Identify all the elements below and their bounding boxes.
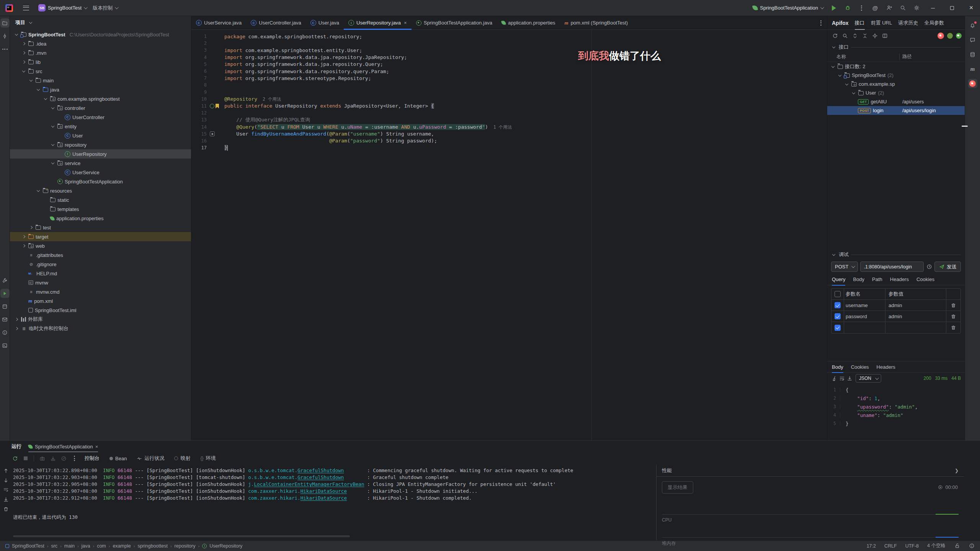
chevron-right-icon[interactable] — [14, 317, 19, 322]
run-config-selector[interactable]: SpringBootTestApplication — [750, 3, 826, 12]
panel-resize-grip[interactable] — [962, 126, 968, 127]
console-view-tab-0[interactable]: 控制台 — [80, 455, 104, 462]
chevron-down-icon[interactable] — [50, 105, 56, 111]
project-tree-row[interactable]: controller — [10, 103, 191, 113]
chevron-down-icon[interactable] — [851, 90, 856, 96]
edit-configuration-icon[interactable] — [59, 455, 69, 461]
restore-layout-icon[interactable] — [48, 455, 58, 461]
chevron-down-icon[interactable] — [50, 124, 56, 129]
soft-wrap-icon[interactable] — [839, 375, 845, 381]
project-tree-row[interactable]: >_mvnw — [10, 278, 191, 287]
more-vertical-icon[interactable] — [69, 455, 79, 461]
chevron-down-icon[interactable] — [50, 160, 56, 166]
project-tree-row[interactable]: SpringBootTest.iml — [10, 306, 191, 315]
line-number[interactable]: 13 — [191, 117, 207, 123]
chevron-right-icon[interactable] — [14, 326, 19, 331]
interfaces-section-header[interactable]: 接口 — [827, 41, 965, 52]
trash-icon[interactable] — [951, 325, 957, 331]
apifox-button[interactable] — [968, 79, 977, 88]
line-number[interactable]: 15 — [191, 131, 207, 137]
stop-icon[interactable] — [21, 455, 31, 461]
project-tree-row[interactable]: application.properties — [10, 214, 191, 223]
notifications-tool-button[interactable] — [0, 315, 10, 324]
down-arrow-icon[interactable] — [3, 477, 9, 483]
project-tree-row[interactable]: service — [10, 159, 191, 168]
apifox-tab-2[interactable]: 请求历史 — [898, 16, 918, 30]
project-tree-row[interactable]: CUserController — [10, 113, 191, 122]
project-tree-row[interactable]: target — [10, 232, 191, 241]
soft-wrap-icon[interactable] — [3, 487, 9, 493]
project-tree-row[interactable]: ≣临时文件和控制台 — [10, 324, 191, 333]
show-results-button[interactable]: 显示结果 — [662, 481, 693, 494]
project-tree-row[interactable]: resources — [10, 186, 191, 195]
request-tab-body[interactable]: Body — [853, 274, 864, 285]
chevron-right-icon[interactable]: ❯ — [955, 468, 959, 473]
expand-all-icon[interactable] — [850, 33, 859, 39]
param-value[interactable] — [885, 322, 946, 333]
history-clock-icon[interactable] — [926, 264, 932, 270]
request-tab-cookies[interactable]: Cookies — [916, 274, 934, 285]
console-view-tab-1[interactable]: Bean — [105, 456, 131, 461]
chevron-right-icon[interactable] — [21, 41, 26, 46]
line-number[interactable]: 11 — [191, 103, 207, 109]
settings-button[interactable] — [910, 2, 923, 14]
apifox-tree-row[interactable]: com.example.sp — [827, 80, 965, 88]
breadcrumb-item[interactable]: springboottest — [137, 543, 168, 549]
line-number[interactable]: 9 — [191, 90, 207, 95]
project-tree-row[interactable]: lib — [10, 57, 191, 67]
minimize-button[interactable]: ─ — [924, 0, 942, 16]
collapse-all-icon[interactable] — [860, 33, 869, 39]
trash-icon[interactable] — [951, 302, 957, 308]
api-request-gutter-icon[interactable] — [210, 131, 215, 136]
search-icon[interactable] — [840, 33, 849, 39]
chevron-down-icon[interactable] — [21, 69, 26, 74]
line-number[interactable]: 2 — [191, 41, 207, 46]
project-tree-row[interactable]: src — [10, 67, 191, 76]
locate-icon[interactable] — [870, 33, 879, 39]
project-tree-row[interactable]: test — [10, 223, 191, 232]
line-number[interactable]: 1 — [191, 34, 207, 39]
problems-tool-button[interactable] — [0, 328, 10, 337]
refresh-icon[interactable] — [830, 33, 840, 39]
ai-assistant-button[interactable]: @ — [869, 2, 881, 14]
apifox-tab-3[interactable]: 全局参数 — [924, 16, 944, 30]
request-tab-headers[interactable]: Headers — [890, 274, 909, 285]
project-tree-row[interactable]: SpringBootTestC:\Users\Doctor\IdeaProjec… — [10, 30, 191, 39]
project-tree-row[interactable]: templates — [10, 204, 191, 214]
more-actions-button[interactable] — [855, 2, 867, 14]
chevron-down-icon[interactable] — [36, 87, 41, 92]
line-number[interactable]: 14 — [191, 124, 207, 130]
chevron-down-icon[interactable] — [43, 96, 48, 101]
breadcrumb-item[interactable]: main — [64, 543, 75, 549]
line-number[interactable]: 3 — [191, 47, 207, 53]
param-name[interactable]: password — [844, 311, 885, 322]
project-tool-button[interactable] — [0, 18, 10, 28]
chevron-right-icon[interactable] — [21, 50, 26, 56]
editor-tab[interactable]: CUser.java — [306, 16, 344, 29]
services-tool-button[interactable] — [0, 302, 10, 311]
inspections-icon[interactable] — [969, 543, 975, 549]
project-tree-row[interactable]: main — [10, 76, 191, 85]
chevron-down-icon[interactable] — [28, 78, 34, 83]
line-number[interactable]: 12 — [191, 110, 207, 116]
wechat-icon[interactable] — [956, 33, 962, 39]
project-tree-row[interactable]: com.example.springboottest — [10, 94, 191, 103]
ai-chat-button[interactable] — [968, 35, 977, 44]
editor-tab[interactable]: IUserRepository.java× — [344, 16, 412, 29]
project-tree-row[interactable]: 外部库 — [10, 315, 191, 324]
console-view-tab-4[interactable]: {}环境 — [196, 455, 220, 462]
line-number[interactable]: 4 — [191, 55, 207, 60]
project-tree-row[interactable]: entity — [10, 122, 191, 131]
build-tool-button[interactable] — [0, 276, 10, 285]
notifications-button[interactable] — [968, 21, 977, 30]
apifox-tree-row[interactable]: 接口数: 2 — [827, 62, 965, 71]
unlock-icon[interactable] — [954, 543, 960, 549]
breadcrumb-item[interactable]: repository — [175, 543, 196, 549]
thread-dump-icon[interactable] — [37, 455, 47, 461]
apifox-tree-row[interactable]: GETgetAllU/api/users — [827, 97, 965, 106]
rerun-icon[interactable] — [10, 455, 20, 461]
plugin-status-icon[interactable] — [947, 33, 953, 39]
terminal-tool-button[interactable] — [0, 341, 10, 350]
param-name[interactable]: username — [844, 300, 885, 311]
editor-tab[interactable]: CUserController.java — [246, 16, 306, 29]
